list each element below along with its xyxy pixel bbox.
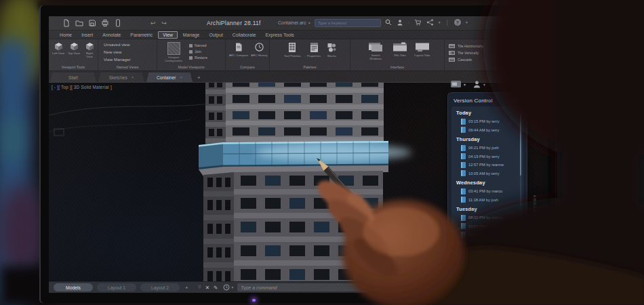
- ribbon-group-label: Viewport Tools: [49, 65, 98, 69]
- tile-vertically-item[interactable]: Tile Vertically: [449, 51, 495, 55]
- share-network-icon[interactable]: [426, 19, 434, 26]
- sketches-history-tab[interactable]: SKETCHES HISTORY: [531, 194, 538, 258]
- monitor-bezel: ↩ ↪ ArchiPlanner 28.11f Container.arc▾ ·…: [39, 5, 556, 303]
- bottom-bar: Models Layout 1 Layout 2 + ⠿ ✕ ✎ ▾ ▲: [49, 281, 548, 293]
- menu-tab-output[interactable]: Output: [205, 32, 226, 38]
- tab-container[interactable]: Container×: [146, 73, 193, 82]
- properties-button[interactable]: Properties: [307, 42, 321, 58]
- close-icon[interactable]: ×: [132, 75, 134, 79]
- viewport-configuration-button[interactable]: Viewport Configuration: [161, 42, 186, 62]
- unsaved-view-item[interactable]: Unsaved view: [104, 41, 157, 49]
- new-view-item[interactable]: New view: [104, 49, 157, 56]
- version-entry[interactable]: 09:44 AM by terry: [461, 127, 518, 133]
- cascade-item[interactable]: Cascade: [449, 58, 495, 62]
- open-folder-icon[interactable]: [75, 19, 83, 27]
- tile-horizontal-icon: [449, 44, 455, 48]
- menu-tab-home[interactable]: Home: [56, 32, 76, 38]
- arc-compare-button[interactable]: ARC Compare: [229, 42, 249, 57]
- menu-tab-view[interactable]: View: [158, 31, 178, 39]
- join-viewport-item[interactable]: Join: [189, 49, 207, 54]
- search-icon[interactable]: [385, 19, 392, 26]
- help-icon[interactable]: ?: [454, 19, 461, 26]
- panel-title: Version Control: [454, 98, 493, 104]
- version-entry[interactable]: 08:02 PM by marco: [461, 215, 518, 221]
- save-icon[interactable]: [88, 19, 96, 27]
- chevron-down-icon[interactable]: ▾: [466, 20, 468, 24]
- version-entry[interactable]: 03:57 PM by marco: [461, 223, 518, 229]
- ribbon-group-model-viewports: Viewport Configuration Named Join Restor…: [157, 39, 225, 70]
- add-tab-button[interactable]: +: [197, 75, 201, 81]
- cancel-icon[interactable]: ✕: [205, 285, 209, 291]
- command-input[interactable]: [237, 283, 404, 291]
- new-file-icon[interactable]: [62, 19, 71, 27]
- file-version-icon: [461, 249, 466, 256]
- switch-windows-button[interactable]: Switch Windows: [365, 42, 386, 60]
- refresh-icon[interactable]: [515, 97, 521, 104]
- view-manager-item[interactable]: View Manager: [104, 56, 157, 64]
- menu-tab-annotate[interactable]: Annotate: [98, 32, 125, 38]
- tool-palettes-button[interactable]: Tool Palettes: [284, 42, 301, 58]
- tab-models[interactable]: Models: [54, 283, 93, 291]
- arc-history-button[interactable]: ARC History: [251, 42, 267, 57]
- tool-palettes-icon: [288, 42, 296, 53]
- document-name[interactable]: Container.arc▾: [278, 20, 310, 25]
- cart-icon[interactable]: [414, 19, 422, 26]
- version-entry[interactable]: 10:05 AM by terry: [461, 170, 518, 176]
- file-version-icon: [461, 197, 466, 203]
- panel-controls: ▾ ▾: [450, 80, 485, 88]
- file-version-icon: [461, 119, 466, 125]
- tab-layout-2[interactable]: Layout 2: [140, 283, 180, 291]
- submit-command-button[interactable]: ▲: [404, 283, 426, 291]
- version-entry[interactable]: 03:15 PM by terry: [461, 119, 518, 125]
- restore-viewport-item[interactable]: Restore: [189, 56, 207, 60]
- tile-horizontally-item[interactable]: Tile Horizontally: [449, 44, 495, 48]
- redo-icon[interactable]: ↪: [162, 20, 167, 26]
- scrollbar-thumb[interactable]: [520, 113, 521, 176]
- version-entry[interactable]: 03:41 PM by marco: [461, 188, 518, 195]
- undo-icon[interactable]: ↩: [150, 20, 156, 26]
- named-viewport-item[interactable]: Named: [189, 43, 207, 47]
- scrollbar[interactable]: [520, 113, 521, 257]
- chevron-down-icon: ▾: [231, 285, 233, 289]
- version-entry[interactable]: 06:21 PM by josh: [461, 145, 518, 151]
- print-icon[interactable]: [101, 19, 109, 27]
- tab-layout-1[interactable]: Layout 1: [97, 283, 136, 291]
- blocks-button[interactable]: Blocks: [327, 42, 337, 58]
- left-view-button[interactable]: Left View: [52, 42, 65, 58]
- chevron-down-icon[interactable]: ▾: [439, 20, 441, 24]
- right-view-button[interactable]: Right View: [83, 42, 96, 58]
- edit-pencil-icon[interactable]: ✎: [214, 285, 218, 291]
- ribbon-group-window-arrange: Tile Horizontally Tile Vertically Cascad…: [445, 39, 495, 70]
- tab-sketches[interactable]: Sketches×: [98, 73, 144, 82]
- top-view-button[interactable]: Top View: [67, 42, 81, 58]
- command-history-dropdown[interactable]: ▾: [223, 284, 233, 291]
- switch-windows-icon: [368, 42, 383, 52]
- menu-tab-insert[interactable]: Insert: [77, 32, 97, 38]
- drag-handle-icon[interactable]: ⠿: [198, 285, 201, 290]
- user-icon[interactable]: [397, 19, 403, 26]
- version-entry[interactable]: 09:44 AM by terry: [461, 232, 518, 238]
- file-version-icon: [461, 127, 466, 133]
- version-entry[interactable]: 11:18 AM by josh: [461, 197, 518, 203]
- version-entry[interactable]: 12:57 PM by reanne: [461, 162, 518, 168]
- version-entry[interactable]: 01:00 PM by josh: [461, 249, 518, 256]
- menu-tab-express-tools[interactable]: Express Tools: [262, 32, 298, 38]
- version-entry[interactable]: 04:19 PM by terry: [461, 153, 518, 159]
- ribbon-group-viewport-tools: Left View Top View Right View Viewport T…: [49, 39, 98, 70]
- search-input[interactable]: [315, 19, 381, 27]
- file-tabs-button[interactable]: File Tabs: [393, 42, 407, 60]
- file-version-icon: [461, 215, 466, 221]
- mobile-device-icon[interactable]: [114, 19, 122, 27]
- view-mode-dropdown[interactable]: ▾: [450, 80, 466, 88]
- menu-bar: Home Insert Annotate Parametric View Man…: [49, 30, 548, 39]
- layout-tabs-button[interactable]: Layout Tabs: [414, 42, 430, 60]
- menu-tab-manage[interactable]: Manage: [179, 32, 204, 38]
- add-layout-button[interactable]: +: [185, 285, 188, 291]
- bullet-icon: [189, 44, 193, 47]
- menu-tab-parametric[interactable]: Parametric: [126, 32, 157, 38]
- tab-start[interactable]: Start: [50, 73, 96, 82]
- menu-tab-collaborate[interactable]: Collaborate: [228, 32, 260, 38]
- user-dropdown[interactable]: ▾: [472, 80, 485, 88]
- close-icon[interactable]: ×: [180, 75, 183, 79]
- properties-icon: [310, 42, 319, 53]
